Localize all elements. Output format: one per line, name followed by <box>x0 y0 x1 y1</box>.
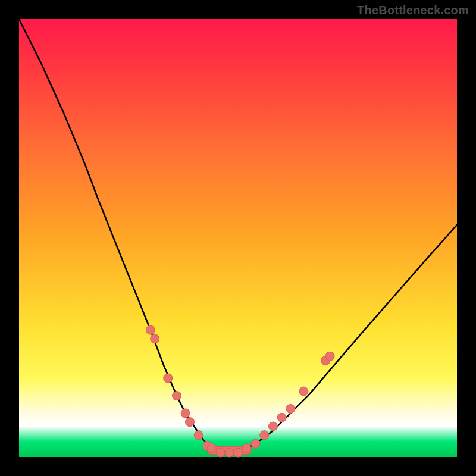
data-marker <box>251 439 260 448</box>
watermark-text: TheBottleneck.com <box>357 4 469 17</box>
data-marker <box>146 325 155 334</box>
data-marker <box>242 444 251 453</box>
data-marker <box>325 352 334 361</box>
data-marker <box>268 422 277 431</box>
chart-overlay <box>19 19 457 457</box>
data-marker <box>277 413 286 422</box>
data-marker <box>260 431 269 440</box>
data-marker <box>186 418 195 427</box>
data-marker <box>225 448 234 457</box>
data-marker <box>164 374 173 383</box>
data-marker <box>173 392 181 400</box>
data-marker <box>234 448 243 457</box>
bottleneck-curve <box>19 19 457 453</box>
data-marker <box>216 448 225 457</box>
data-marker <box>181 409 190 418</box>
outer-frame: TheBottleneck.com <box>0 0 476 476</box>
data-marker <box>194 431 203 440</box>
data-marker <box>286 405 295 414</box>
data-marker <box>207 444 216 453</box>
data-marker <box>151 334 159 343</box>
data-marker <box>299 387 308 396</box>
